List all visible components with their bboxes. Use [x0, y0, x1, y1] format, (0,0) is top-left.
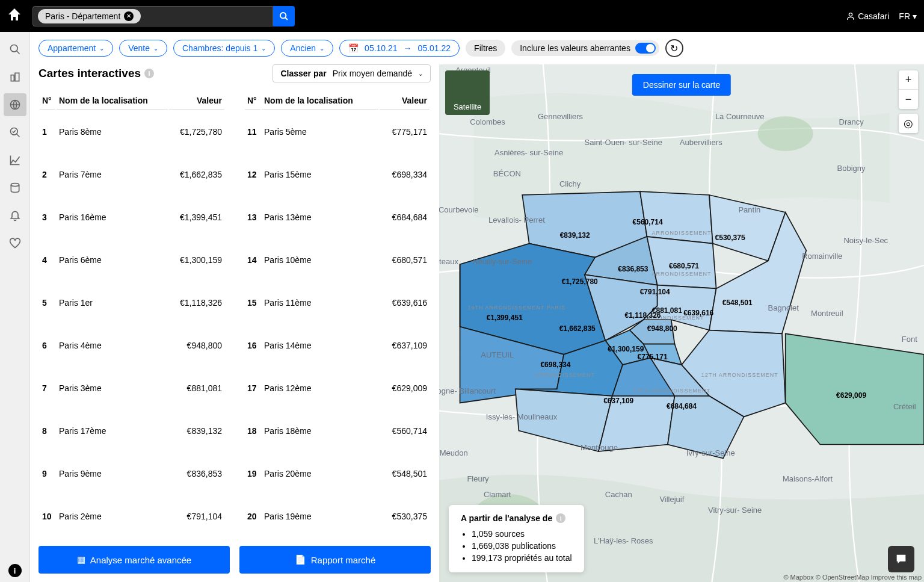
chevron-down-icon: ▾ — [913, 11, 917, 21]
svg-point-2 — [849, 13, 852, 16]
chat-button[interactable] — [888, 546, 914, 572]
ranking-table-right: N° Nom de la localisation Valeur 11Paris… — [244, 91, 431, 539]
table-row[interactable]: 13Paris 13ème€684,684 — [245, 196, 430, 238]
filter-type[interactable]: Appartement⌄ — [38, 40, 113, 57]
svg-line-9 — [16, 134, 19, 137]
info-badge-icon[interactable]: i — [8, 564, 22, 577]
left-panel: Cartes interactives i Classer par Prix m… — [30, 64, 439, 582]
sidebar-chart-icon[interactable] — [4, 149, 26, 172]
table-row[interactable]: 6Paris 4ème€948,800 — [40, 324, 224, 366]
table-row[interactable]: 4Paris 6ème€1,300,159 — [40, 239, 224, 280]
table-row[interactable]: 7Paris 3ème€881,081 — [40, 368, 224, 409]
sidebar-database-icon[interactable] — [4, 176, 26, 199]
district-18[interactable] — [640, 191, 713, 243]
filters-button[interactable]: Filtres — [466, 40, 505, 57]
close-icon[interactable]: ✕ — [124, 11, 134, 21]
table-row[interactable]: 12Paris 15ème€698,334 — [245, 153, 430, 195]
table-row[interactable]: 9Paris 9ème€836,853 — [40, 453, 224, 495]
zoom-in-button[interactable]: + — [899, 70, 918, 90]
filter-date[interactable]: 📅 05.10.21 → 05.01.22 — [339, 40, 460, 57]
district-10[interactable] — [647, 237, 716, 288]
table-row[interactable]: 19Paris 20ème€548,501 — [245, 453, 430, 495]
svg-point-0 — [280, 13, 286, 18]
sidebar-buildings-icon[interactable] — [4, 66, 26, 88]
draw-on-map-button[interactable]: Dessiner sur la carte — [632, 74, 731, 96]
user-link[interactable]: Casafari — [846, 11, 889, 21]
satellite-button[interactable]: Satellite — [445, 70, 490, 115]
filters-row: Appartement⌄ Vente⌄ Chambres: depuis 1⌄ … — [30, 32, 924, 64]
district-bois[interactable] — [786, 333, 924, 444]
language-label: FR — [899, 11, 910, 21]
analysis-summary: A partir de l'analyse dei 1,059 sources1… — [449, 505, 584, 572]
geolocate-button[interactable]: ◎ — [899, 114, 918, 133]
user-label: Casafari — [858, 11, 889, 21]
table-row[interactable]: 1Paris 8ème€1,725,780 — [40, 111, 224, 152]
sidebar-search-icon[interactable] — [4, 38, 26, 61]
info-icon[interactable]: i — [144, 69, 154, 78]
map[interactable]: Satellite Dessiner sur la carte + − ◎ €8… — [439, 64, 924, 582]
svg-line-4 — [16, 51, 19, 54]
svg-point-10 — [11, 184, 19, 187]
table-row[interactable]: 15Paris 11ème€639,616 — [245, 282, 430, 323]
sidebar: i — [0, 32, 30, 582]
filter-rooms[interactable]: Chambres: depuis 1⌄ — [173, 40, 275, 57]
table-row[interactable]: 5Paris 1er€1,118,326 — [40, 282, 224, 323]
info-icon[interactable]: i — [556, 513, 565, 523]
table-row[interactable]: 2Paris 7ème€1,662,835 — [40, 153, 224, 195]
language-select[interactable]: FR ▾ — [899, 11, 917, 21]
sidebar-globe-icon[interactable] — [4, 93, 26, 116]
table-row[interactable]: 11Paris 5ème€775,171 — [245, 111, 430, 152]
sidebar-heart-icon[interactable] — [4, 232, 26, 255]
logo[interactable] — [7, 7, 22, 25]
sidebar-analytics-icon[interactable] — [4, 121, 26, 144]
table-row[interactable]: 16Paris 14ème€637,109 — [245, 324, 430, 366]
outliers-toggle-wrap: Inclure les valeurs aberrantes — [511, 40, 659, 56]
table-row[interactable]: 20Paris 19ème€530,375 — [245, 496, 430, 537]
map-attribution[interactable]: © Mapbox © OpenStreetMap Improve this ma… — [783, 574, 922, 581]
filter-age[interactable]: Ancien⌄ — [281, 40, 333, 57]
sort-select[interactable]: Classer par Prix moyen demandé ⌄ — [273, 64, 431, 82]
svg-rect-6 — [15, 73, 19, 81]
search-button[interactable] — [273, 6, 295, 26]
arrow-right-icon: → — [404, 43, 412, 53]
chevron-down-icon: ⌄ — [153, 45, 158, 52]
zoom-out-button[interactable]: − — [899, 90, 918, 109]
table-row[interactable]: 14Paris 10ème€680,571 — [245, 239, 430, 280]
district-15[interactable] — [516, 389, 612, 451]
table-row[interactable]: 17Paris 12ème€629,009 — [245, 368, 430, 409]
market-report-button[interactable]: 📄 Rapport marché — [239, 546, 431, 574]
panel-title: Cartes interactives i — [38, 67, 154, 80]
header: Paris - Département ✕ Casafari FR ▾ — [0, 0, 924, 32]
analysis-item: 1,059 sources — [472, 528, 572, 540]
doc-icon: 📄 — [295, 554, 306, 565]
district-14[interactable] — [599, 396, 675, 451]
svg-point-3 — [10, 45, 17, 52]
search-chip[interactable]: Paris - Département ✕ — [38, 9, 141, 23]
advanced-analysis-button[interactable]: ▦ Analyse marché avancée — [38, 546, 230, 574]
chevron-down-icon: ⌄ — [319, 45, 324, 52]
filter-deal[interactable]: Vente⌄ — [119, 40, 167, 57]
analysis-item: 1,669,038 publications — [472, 540, 572, 552]
refresh-button[interactable]: ↻ — [665, 39, 683, 57]
svg-rect-5 — [11, 75, 14, 81]
table-row[interactable]: 8Paris 17ème€839,132 — [40, 410, 224, 452]
table-row[interactable]: 3Paris 16ème€1,399,451 — [40, 196, 224, 238]
chevron-down-icon: ⌄ — [99, 45, 104, 52]
outliers-toggle[interactable] — [635, 43, 656, 54]
chevron-down-icon: ⌄ — [261, 45, 266, 52]
ranking-table-left: N° Nom de la localisation Valeur 1Paris … — [38, 91, 226, 539]
search-chip-label: Paris - Département — [45, 11, 120, 21]
search-input[interactable]: Paris - Département ✕ — [32, 6, 273, 26]
analysis-item: 199,173 propriétés au total — [472, 552, 572, 564]
table-row[interactable]: 18Paris 18ème€560,714 — [245, 410, 430, 452]
chevron-down-icon: ⌄ — [418, 70, 423, 77]
svg-line-1 — [285, 17, 288, 20]
xls-icon: ▦ — [77, 554, 85, 565]
sidebar-bell-icon[interactable] — [4, 204, 26, 227]
calendar-icon: 📅 — [348, 43, 359, 53]
table-row[interactable]: 10Paris 2ème€791,104 — [40, 496, 224, 537]
